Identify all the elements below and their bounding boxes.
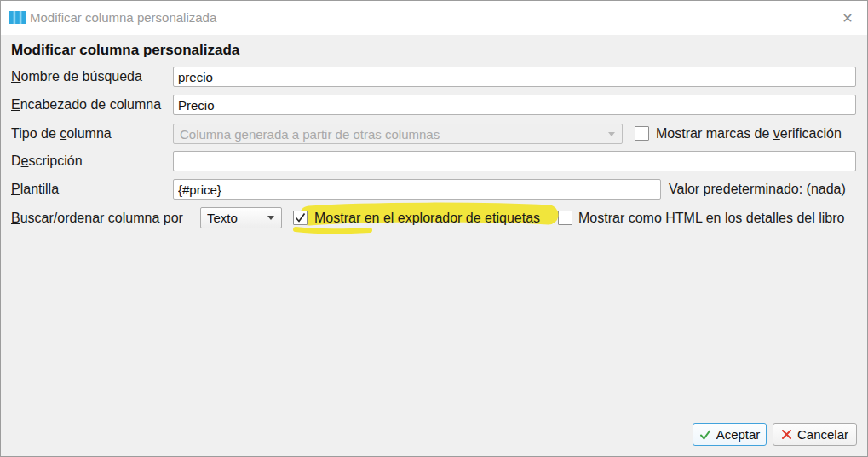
column-heading-label: Encabezado de columna — [11, 95, 161, 115]
column-type-label: Tipo de columna — [11, 124, 112, 144]
x-icon — [781, 429, 792, 440]
cancel-button-label: Cancelar — [797, 427, 848, 442]
show-as-html-checkbox[interactable] — [558, 211, 572, 225]
template-input[interactable] — [173, 179, 661, 200]
lookup-name-label: Nombre de búsqueda — [11, 67, 142, 87]
show-checkmarks-label: Mostrar marcas de verificación — [656, 124, 842, 144]
sort-by-label: Buscar/ordenar columna por — [11, 207, 183, 228]
show-in-tag-browser-label: Mostrar en el explorador de etiquetas — [314, 207, 540, 228]
window-title: Modificar columna personalizada — [30, 1, 216, 35]
default-value-text: Valor predeterminado: (nada) — [669, 179, 846, 200]
column-type-value: Columna generada a partir de otras colum… — [180, 127, 603, 142]
column-type-dropdown: Columna generada a partir de otras colum… — [173, 124, 623, 144]
dropdown-arrow-icon — [267, 216, 274, 220]
close-button[interactable]: ✕ — [836, 7, 859, 29]
description-input[interactable] — [173, 151, 856, 171]
dialog-heading: Modificar columna personalizada — [11, 42, 239, 59]
dialog-window: Modificar columna personalizada ✕ Modifi… — [0, 0, 868, 457]
columns-icon — [9, 11, 26, 24]
show-as-html-label: Mostrar como HTML en los detalles del li… — [578, 207, 844, 228]
show-in-tag-browser-checkbox[interactable] — [293, 211, 308, 225]
show-checkmarks-checkbox[interactable] — [635, 126, 649, 141]
column-heading-input[interactable] — [173, 95, 856, 115]
cancel-button[interactable]: Cancelar — [773, 423, 857, 446]
sort-by-dropdown[interactable]: Texto — [200, 207, 282, 228]
check-icon — [699, 429, 711, 441]
lookup-name-input[interactable] — [173, 67, 856, 87]
template-label: Plantilla — [11, 179, 59, 200]
accept-button-label: Aceptar — [716, 427, 761, 442]
description-label: Descripción — [11, 151, 83, 171]
accept-button[interactable]: Aceptar — [693, 423, 767, 446]
sort-by-value: Texto — [207, 211, 262, 225]
close-icon: ✕ — [842, 10, 853, 26]
dropdown-arrow-icon — [608, 132, 615, 136]
title-bar: Modificar columna personalizada ✕ — [1, 1, 867, 35]
checkmark-icon — [294, 211, 307, 224]
